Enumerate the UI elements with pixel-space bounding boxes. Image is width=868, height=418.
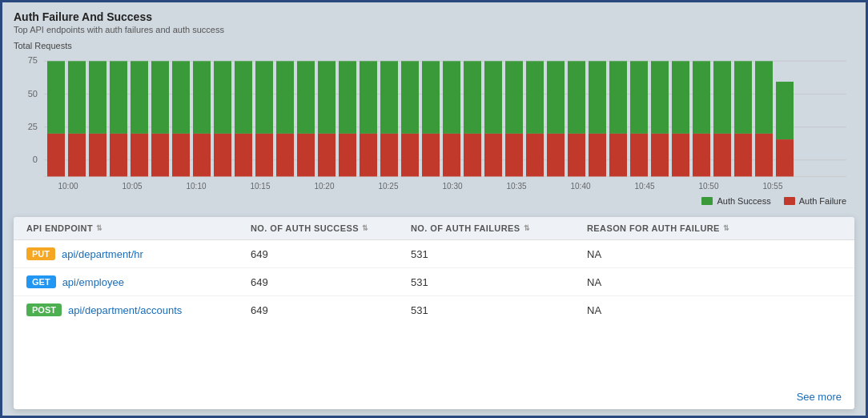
table-header: API ENDPOINT ⇅ NO. OF AUTH SUCCESS ⇅ NO.… <box>14 217 854 240</box>
endpoint-link[interactable]: api/department/hr <box>62 248 143 260</box>
svg-rect-27 <box>235 61 252 134</box>
svg-rect-74 <box>713 134 731 177</box>
svg-rect-38 <box>339 134 356 177</box>
svg-rect-67 <box>651 61 669 134</box>
cell-auth-failures: 531 <box>411 248 587 260</box>
cell-reason: NA <box>587 248 842 260</box>
table-footer: See more <box>14 386 854 409</box>
table-section: API ENDPOINT ⇅ NO. OF AUTH SUCCESS ⇅ NO.… <box>14 217 854 409</box>
svg-rect-58 <box>547 134 565 177</box>
svg-rect-21 <box>172 61 190 134</box>
svg-rect-39 <box>360 61 377 134</box>
svg-rect-47 <box>443 61 460 134</box>
table-body: PUT api/department/hr 649 531 NA GET api… <box>14 240 854 386</box>
svg-rect-61 <box>589 61 606 134</box>
th-auth-success: NO. OF AUTH SUCCESS ⇅ <box>251 223 411 233</box>
chart-y-label: Total Requests <box>14 41 854 50</box>
svg-rect-73 <box>713 61 731 134</box>
svg-rect-66 <box>630 134 648 177</box>
cell-auth-failures: 531 <box>411 276 587 288</box>
chart-svg: 75 50 25 0 10:00 10:05 10:10 10:15 10:20… <box>14 53 854 193</box>
svg-rect-41 <box>380 61 398 134</box>
cell-auth-failures: 531 <box>411 304 587 316</box>
svg-rect-28 <box>235 134 252 177</box>
svg-rect-56 <box>526 134 544 177</box>
svg-rect-23 <box>193 61 211 134</box>
legend-success-label: Auth Success <box>717 196 770 206</box>
svg-rect-59 <box>568 61 585 134</box>
see-more-link[interactable]: See more <box>797 391 842 403</box>
svg-rect-64 <box>609 134 627 177</box>
svg-text:10:40: 10:40 <box>571 182 591 191</box>
svg-text:10:15: 10:15 <box>251 182 271 191</box>
table-row: PUT api/department/hr 649 531 NA <box>14 240 854 268</box>
svg-rect-24 <box>193 134 211 177</box>
svg-rect-22 <box>172 134 190 177</box>
svg-text:10:05: 10:05 <box>123 182 143 191</box>
legend-success-box <box>701 197 713 205</box>
svg-rect-63 <box>609 61 627 134</box>
svg-text:0: 0 <box>33 155 38 164</box>
endpoint-link[interactable]: api/employee <box>62 276 124 288</box>
endpoint-link[interactable]: api/department/accounts <box>68 304 182 316</box>
svg-rect-79 <box>776 82 794 139</box>
legend: Auth Success Auth Failure <box>14 196 854 206</box>
svg-rect-40 <box>360 134 377 177</box>
svg-text:25: 25 <box>28 122 38 131</box>
method-badge: PUT <box>26 247 55 260</box>
legend-failure: Auth Failure <box>784 196 846 206</box>
svg-rect-18 <box>131 134 148 177</box>
cell-endpoint: GET api/employee <box>26 275 251 288</box>
svg-rect-43 <box>401 61 419 134</box>
svg-rect-69 <box>672 61 689 134</box>
svg-rect-57 <box>547 61 565 134</box>
svg-rect-34 <box>297 134 315 177</box>
svg-rect-17 <box>131 61 148 134</box>
svg-text:10:30: 10:30 <box>443 182 463 191</box>
th-reason: REASON FOR AUTH FAILURE ⇅ <box>587 223 842 233</box>
svg-text:10:10: 10:10 <box>187 182 207 191</box>
svg-text:75: 75 <box>28 55 38 65</box>
svg-rect-33 <box>297 61 315 134</box>
svg-rect-12 <box>68 134 86 177</box>
sort-icon-endpoint: ⇅ <box>96 224 102 232</box>
svg-rect-75 <box>734 61 752 134</box>
svg-rect-26 <box>214 134 231 177</box>
svg-rect-62 <box>589 134 606 177</box>
cell-reason: NA <box>587 276 842 288</box>
svg-rect-10 <box>47 134 65 177</box>
svg-rect-11 <box>68 61 86 134</box>
cell-endpoint: PUT api/department/hr <box>26 247 251 260</box>
svg-rect-52 <box>484 134 502 177</box>
method-badge: POST <box>26 303 62 316</box>
svg-rect-54 <box>505 134 523 177</box>
chart-area: 75 50 25 0 10:00 10:05 10:10 10:15 10:20… <box>14 53 854 193</box>
cell-auth-success: 649 <box>251 248 411 260</box>
svg-rect-42 <box>380 134 398 177</box>
svg-rect-76 <box>734 134 752 177</box>
sort-icon-reason: ⇅ <box>723 224 729 232</box>
svg-text:10:55: 10:55 <box>763 182 783 191</box>
cell-reason: NA <box>587 304 842 316</box>
cell-auth-success: 649 <box>251 276 411 288</box>
svg-rect-15 <box>110 61 127 134</box>
sort-icon-success: ⇅ <box>362 224 368 232</box>
svg-text:50: 50 <box>28 88 38 98</box>
main-container: Auth Failure And Success Top API endpoin… <box>2 2 866 416</box>
chart-section: Auth Failure And Success Top API endpoin… <box>14 10 854 211</box>
svg-rect-53 <box>505 61 523 134</box>
svg-rect-45 <box>422 61 440 134</box>
svg-rect-80 <box>776 139 794 176</box>
svg-rect-32 <box>276 134 294 177</box>
svg-rect-13 <box>89 61 106 134</box>
svg-text:10:20: 10:20 <box>315 182 335 191</box>
svg-rect-68 <box>651 134 669 177</box>
svg-rect-16 <box>110 134 127 177</box>
svg-rect-30 <box>255 134 273 177</box>
svg-rect-72 <box>693 134 710 177</box>
chart-subtitle: Top API endpoints with auth failures and… <box>14 25 854 34</box>
svg-rect-37 <box>339 61 356 134</box>
svg-rect-49 <box>464 61 481 134</box>
svg-text:10:00: 10:00 <box>58 182 78 191</box>
svg-text:10:35: 10:35 <box>507 182 527 191</box>
